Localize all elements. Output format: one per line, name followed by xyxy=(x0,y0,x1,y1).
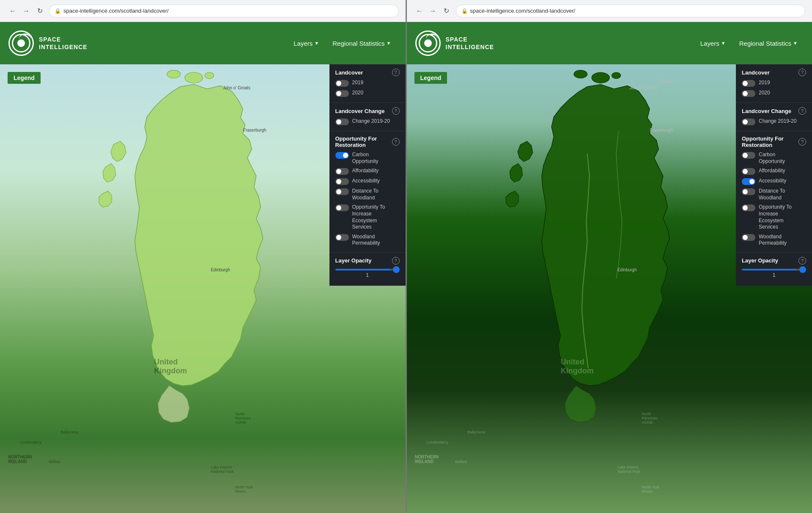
landcover-title-left: Landcover xyxy=(335,69,363,76)
toggle-woodland-left[interactable] xyxy=(335,234,349,241)
svg-point-3 xyxy=(592,72,609,83)
toggle-row-ecosystem-left: Opportunity ToIncreaseEcosystemServices xyxy=(335,204,400,230)
landcover-header-right: Landcover ? xyxy=(742,69,806,76)
landcover-header-left: Landcover ? xyxy=(335,69,400,76)
opacity-slider-left[interactable] xyxy=(335,269,400,270)
forward-button-right[interactable]: → xyxy=(427,5,439,17)
opacity-title-left: Layer Opacity xyxy=(335,257,372,264)
toggle-slider-woodland-right xyxy=(742,234,755,241)
layers-panel-right: Landcover ? 2019 xyxy=(736,64,812,286)
toggle-slider-affordability-right xyxy=(742,168,755,175)
layers-panel-left: Landcover ? 2019 xyxy=(329,64,406,286)
logo-arc-right xyxy=(426,33,438,39)
toggle-distance-right[interactable] xyxy=(742,188,755,195)
address-bar-left[interactable]: 🔒 space-intelligence.com/scotland-landco… xyxy=(49,5,399,17)
toggle-slider-lc2020-right xyxy=(742,90,755,97)
opacity-slider-right[interactable] xyxy=(742,269,806,270)
restoration-header-right: Opportunity ForRestoration ? xyxy=(742,135,806,148)
toggle-carbon-right[interactable] xyxy=(742,152,755,159)
restoration-help-right[interactable]: ? xyxy=(798,138,806,146)
toggle-accessibility-right[interactable] xyxy=(742,178,755,185)
toggle-lc2020-left[interactable] xyxy=(335,90,349,97)
landcover-change-title-left: Landcover Change xyxy=(335,108,385,114)
layers-button-left[interactable]: Layers ▼ xyxy=(288,36,325,50)
toggle-label-affordability-left: Affordability xyxy=(352,168,400,174)
restoration-help-left[interactable]: ? xyxy=(392,138,400,146)
logo-text-right: SPACE INTELLIGENCE xyxy=(446,36,494,51)
nav-buttons-left: ← → ↻ xyxy=(7,5,46,17)
toggle-label-change-right: Change 2019-20 xyxy=(759,118,806,125)
refresh-button-right[interactable]: ↻ xyxy=(441,5,453,17)
toggle-slider-affordability-left xyxy=(335,168,349,175)
landcover-change-header-left: Landcover Change ? xyxy=(335,107,400,115)
restoration-title-left: Opportunity ForRestoration xyxy=(335,135,377,148)
landcover-help-left[interactable]: ? xyxy=(392,69,400,76)
opacity-section-left: Layer Opacity ? 1 xyxy=(329,253,406,282)
landcover-change-help-right[interactable]: ? xyxy=(798,107,806,115)
toggle-label-accessibility-right: Accessibility xyxy=(759,178,806,185)
forward-button-left[interactable]: → xyxy=(20,5,32,17)
toggle-distance-left[interactable] xyxy=(335,188,349,195)
landcover-title-right: Landcover xyxy=(742,69,770,76)
toggle-carbon-left[interactable] xyxy=(335,152,349,159)
toggle-ecosystem-right[interactable] xyxy=(742,204,755,211)
url-text-right: space-intelligence.com/scotland-landcove… xyxy=(470,8,576,14)
toggle-affordability-left[interactable] xyxy=(335,168,349,175)
toggle-row-lc2019-left: 2019 xyxy=(335,80,400,87)
refresh-button-left[interactable]: ↻ xyxy=(34,5,46,17)
landcover-section-right: Landcover ? 2019 xyxy=(736,64,812,103)
toggle-row-affordability-left: Affordability xyxy=(335,168,400,175)
landcover-change-header-right: Landcover Change ? xyxy=(742,107,806,115)
restoration-title-right: Opportunity ForRestoration xyxy=(742,135,784,148)
opacity-header-right: Layer Opacity ? xyxy=(742,257,806,265)
lock-icon-right: 🔒 xyxy=(461,8,468,14)
logo-arc-left xyxy=(19,33,31,39)
opacity-help-left[interactable]: ? xyxy=(392,257,400,265)
restoration-header-left: Opportunity ForRestoration ? xyxy=(335,135,400,148)
right-browser: ← → ↻ 🔒 space-intelligence.com/scotland-… xyxy=(407,0,812,513)
toggle-ecosystem-left[interactable] xyxy=(335,204,349,211)
back-button-left[interactable]: ← xyxy=(7,5,19,17)
legend-badge-right[interactable]: Legend xyxy=(414,72,447,84)
toggle-affordability-right[interactable] xyxy=(742,168,755,175)
logo-text-left: SPACE INTELLIGENCE xyxy=(39,36,88,51)
opacity-section-right: Layer Opacity ? 1 xyxy=(736,253,812,282)
landcover-help-right[interactable]: ? xyxy=(798,69,806,76)
restoration-section-right: Opportunity ForRestoration ? CarbonOppor… xyxy=(736,131,812,253)
toggle-slider-ecosystem-right xyxy=(742,204,755,211)
lock-icon-left: 🔒 xyxy=(55,8,61,14)
layers-arrow-left: ▼ xyxy=(314,41,319,46)
toggle-change-right[interactable] xyxy=(742,119,755,125)
logo-area-right: SPACE INTELLIGENCE xyxy=(415,30,494,56)
svg-point-4 xyxy=(573,70,587,78)
toggle-change-left[interactable] xyxy=(335,119,349,125)
layers-button-right[interactable]: Layers ▼ xyxy=(694,36,732,50)
toggle-row-woodland-left: WoodlandPermeability xyxy=(335,234,400,247)
regional-stats-button-right[interactable]: Regional Statistics ▼ xyxy=(733,36,804,50)
toggle-row-accessibility-left: Accessibility xyxy=(335,178,400,185)
landcover-change-help-left[interactable]: ? xyxy=(392,107,400,115)
toggle-row-change-right: Change 2019-20 xyxy=(742,118,806,125)
regional-stats-button-left[interactable]: Regional Statistics ▼ xyxy=(326,36,397,50)
address-bar-right[interactable]: 🔒 space-intelligence.com/scotland-landco… xyxy=(456,5,806,17)
toggle-slider-distance-right xyxy=(742,188,755,195)
opacity-title-right: Layer Opacity xyxy=(742,257,778,264)
toggle-lc2019-left[interactable] xyxy=(335,80,349,87)
landcover-change-section-right: Landcover Change ? Change 2019-20 xyxy=(736,103,812,131)
toggle-row-lc2019-right: 2019 xyxy=(742,80,806,87)
toggle-slider-accessibility-right xyxy=(742,178,755,185)
opacity-help-right[interactable]: ? xyxy=(798,257,806,265)
regional-stats-label-right: Regional Statistics xyxy=(739,40,791,47)
toggle-label-lc2020-right: 2020 xyxy=(759,90,806,97)
toggle-lc2019-right[interactable] xyxy=(742,80,755,87)
toggle-lc2020-right[interactable] xyxy=(742,90,755,97)
toggle-accessibility-left[interactable] xyxy=(335,178,349,185)
back-button-right[interactable]: ← xyxy=(414,5,425,17)
toggle-woodland-right[interactable] xyxy=(742,234,755,241)
regional-stats-arrow-left: ▼ xyxy=(387,41,391,46)
legend-badge-left[interactable]: Legend xyxy=(8,72,41,84)
toggle-slider-carbon-left xyxy=(335,152,349,159)
opacity-value-right: 1 xyxy=(773,272,776,278)
toggle-label-ecosystem-left: Opportunity ToIncreaseEcosystemServices xyxy=(352,204,400,230)
regional-stats-arrow-right: ▼ xyxy=(793,41,798,46)
